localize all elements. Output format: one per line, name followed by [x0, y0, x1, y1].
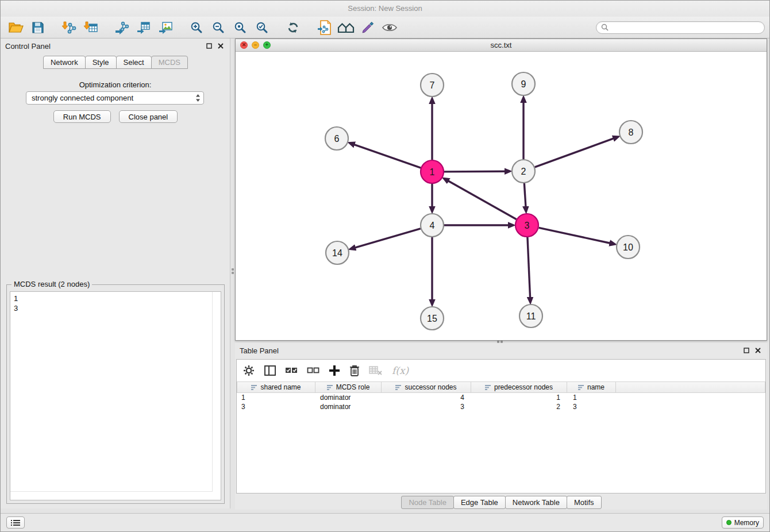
tab-edge-table[interactable]: Edge Table — [453, 496, 506, 509]
graph-edge[interactable] — [448, 181, 517, 219]
float-panel-icon[interactable] — [205, 41, 214, 51]
graph-node-4[interactable]: 4 — [421, 214, 444, 237]
svg-text:10: 10 — [623, 242, 633, 252]
first-neighbors-button[interactable] — [335, 19, 357, 36]
show-hide-button[interactable] — [379, 19, 401, 36]
table-cell: 1 — [237, 393, 315, 402]
list-icon — [11, 519, 20, 526]
import-table-button[interactable] — [80, 19, 102, 36]
open-session-button[interactable] — [5, 19, 27, 36]
import-network-button[interactable] — [58, 19, 80, 36]
sort-icon — [395, 384, 402, 390]
export-network-button[interactable] — [111, 19, 133, 36]
select-all-button[interactable] — [285, 365, 298, 376]
graph-node-7[interactable]: 7 — [421, 74, 444, 97]
run-mcds-button[interactable]: Run MCDS — [53, 110, 111, 123]
close-panel-button[interactable]: Close panel — [119, 110, 178, 123]
vertical-splitter-handle[interactable] — [232, 272, 234, 274]
table-cell: 1 — [471, 393, 567, 402]
graph-edge[interactable] — [535, 138, 614, 167]
export-image-icon — [158, 21, 173, 34]
tab-motifs[interactable]: Motifs — [567, 496, 602, 509]
column-header-mcds-role[interactable]: MCDS role — [315, 381, 382, 393]
tab-network-table[interactable]: Network Table — [505, 496, 567, 509]
apply-style-button[interactable] — [357, 19, 379, 36]
graph-edge[interactable] — [524, 183, 526, 207]
save-session-button[interactable] — [27, 19, 49, 36]
table-cell — [616, 402, 765, 411]
network-graph[interactable]: 7968124314101511 — [236, 52, 767, 340]
network-canvas[interactable]: 7968124314101511 — [236, 52, 767, 340]
graph-node-1[interactable]: 1 — [421, 160, 444, 183]
graph-node-11[interactable]: 11 — [519, 304, 542, 327]
zoom-in-icon — [190, 21, 203, 34]
close-table-panel-icon[interactable] — [753, 346, 763, 355]
window-titlebar: Session: New Session — [1, 1, 769, 17]
zoom-out-icon — [211, 21, 225, 34]
svg-text:14: 14 — [332, 248, 342, 258]
graph-node-2[interactable]: 2 — [512, 160, 535, 183]
column-header-shared-name[interactable]: shared name — [237, 381, 315, 393]
zoom-selected-button[interactable] — [251, 19, 273, 36]
graph-edge[interactable] — [444, 171, 505, 172]
refresh-view-button[interactable] — [282, 19, 304, 36]
close-panel-icon[interactable] — [216, 41, 225, 51]
mcds-result-lines: 13 — [10, 292, 212, 491]
mcds-result-area[interactable]: 13 — [10, 291, 221, 500]
graph-node-3[interactable]: 3 — [515, 214, 538, 237]
graph-node-10[interactable]: 10 — [617, 236, 640, 259]
show-columns-button[interactable] — [264, 365, 276, 376]
column-header-successor-nodes[interactable]: successor nodes — [382, 381, 471, 393]
delete-column-button[interactable] — [349, 364, 360, 377]
column-header-predecessor-nodes[interactable]: predecessor nodes — [471, 381, 567, 393]
search-box[interactable] — [596, 21, 765, 34]
network-window-titlebar[interactable]: scc.txt ✕ − + — [236, 39, 767, 52]
tab-network[interactable]: Network — [43, 56, 86, 69]
zoom-fit-icon — [233, 21, 247, 34]
control-panel: Control Panel Network Style Select MCDS … — [1, 38, 230, 508]
tab-select[interactable]: Select — [116, 56, 152, 69]
export-table-button[interactable] — [133, 19, 155, 36]
table-row[interactable]: 1dominator411 — [237, 393, 765, 402]
tab-style[interactable]: Style — [85, 56, 117, 69]
graph-edge[interactable] — [539, 228, 610, 243]
graph-node-6[interactable]: 6 — [325, 127, 348, 150]
svg-text:2: 2 — [521, 167, 526, 176]
memory-button[interactable]: Memory — [722, 516, 764, 529]
table-settings-button[interactable] — [242, 364, 255, 377]
svg-text:15: 15 — [427, 314, 437, 323]
search-input[interactable] — [611, 24, 760, 32]
network-from-selection-button[interactable] — [313, 19, 335, 36]
zoom-out-button[interactable] — [207, 19, 229, 36]
deselect-all-button[interactable] — [307, 365, 319, 376]
column-header-name[interactable]: name — [567, 381, 616, 393]
vertical-splitter-handle[interactable] — [232, 268, 234, 271]
create-column-button[interactable] — [329, 365, 340, 376]
export-image-button[interactable] — [155, 19, 176, 36]
table-cell: 3 — [567, 402, 616, 411]
float-table-panel-icon[interactable] — [742, 346, 751, 355]
show-panels-menu-button[interactable] — [6, 516, 25, 529]
zoom-in-button[interactable] — [186, 19, 207, 36]
result-horizontal-scrollbar[interactable] — [10, 491, 213, 492]
network-window-title: scc.txt — [236, 41, 767, 49]
graph-edge[interactable] — [355, 229, 421, 248]
criterion-dropdown[interactable]: strongly connected component — [26, 91, 204, 105]
svg-text:6: 6 — [334, 134, 340, 144]
tab-node-table[interactable]: Node Table — [401, 496, 454, 509]
table-cell: 3 — [382, 402, 471, 411]
result-vertical-scrollbar[interactable] — [212, 292, 213, 492]
mcds-result-line: 1 — [14, 294, 209, 303]
tab-mcds[interactable]: MCDS — [151, 56, 188, 69]
graph-edge[interactable] — [354, 145, 421, 168]
window-title: Session: New Session — [348, 4, 422, 13]
zoom-fit-button[interactable] — [229, 19, 251, 36]
table-row[interactable]: 3dominator323 — [237, 402, 765, 411]
graph-node-9[interactable]: 9 — [512, 72, 535, 95]
function-builder-button[interactable]: f(x) — [392, 365, 409, 376]
graph-edge[interactable] — [528, 237, 530, 298]
graph-node-14[interactable]: 14 — [326, 241, 349, 264]
graph-node-15[interactable]: 15 — [421, 307, 444, 330]
graph-node-8[interactable]: 8 — [619, 121, 642, 144]
network-view-window: scc.txt ✕ − + 7968124314101511 — [235, 38, 767, 341]
